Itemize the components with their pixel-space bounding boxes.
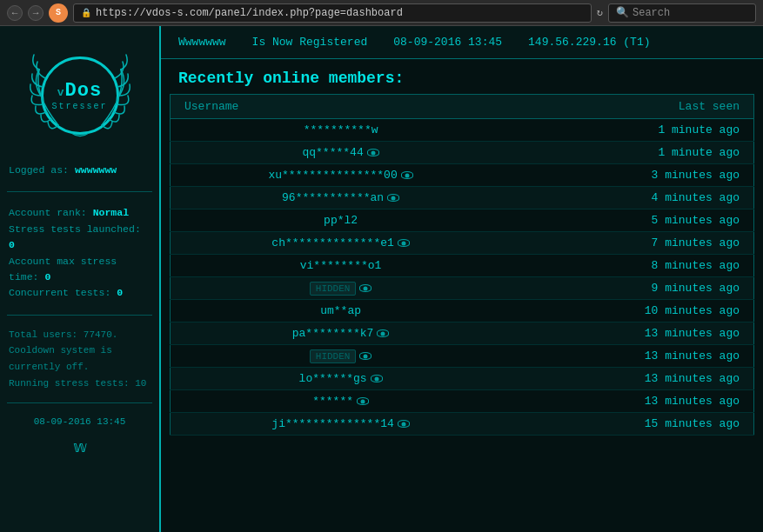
sidebar-divider-2 bbox=[7, 315, 152, 316]
page-title-bar: Recently online members: bbox=[161, 59, 763, 94]
logged-as-label: Logged as: bbox=[9, 164, 69, 176]
top-banner: Wwwwwww Is Now Registered 08-09-2016 13:… bbox=[161, 26, 763, 59]
logged-as-value: wwwwwww bbox=[75, 164, 117, 176]
members-table: Username Last seen **********w1 minute a… bbox=[170, 94, 754, 436]
browser-logo: S bbox=[49, 3, 68, 23]
table-scroll[interactable]: Username Last seen **********w1 minute a… bbox=[161, 94, 763, 532]
table-row: HIDDEN13 minutes ago bbox=[171, 345, 754, 368]
table-row: pp*l25 minutes ago bbox=[171, 209, 754, 232]
eye-icon[interactable] bbox=[387, 194, 399, 202]
eye-icon[interactable] bbox=[398, 420, 410, 428]
logged-as-row: Logged as: wwwwwww bbox=[9, 163, 151, 178]
cell-last-seen: 1 minute ago bbox=[511, 119, 753, 142]
cell-username: HIDDEN bbox=[171, 277, 512, 300]
col-username: Username bbox=[171, 95, 512, 119]
table-row: um**ap10 minutes ago bbox=[171, 300, 754, 323]
max-stress-row: Account max stress time: 0 bbox=[9, 254, 151, 286]
cell-last-seen: 10 minutes ago bbox=[511, 300, 753, 323]
sidebar-divider-1 bbox=[7, 191, 152, 192]
cell-last-seen: 13 minutes ago bbox=[511, 345, 753, 368]
cell-last-seen: 9 minutes ago bbox=[511, 277, 753, 300]
cell-username: um**ap bbox=[171, 300, 512, 323]
cell-username: 96***********an bbox=[171, 187, 512, 209]
sidebar-info: Logged as: wwwwwww bbox=[7, 159, 152, 182]
logo-container: vDos Stresser bbox=[23, 39, 137, 152]
table-row: ch**************e17 minutes ago bbox=[171, 232, 754, 255]
cooldown-status: Cooldown system is currently off. bbox=[9, 342, 151, 375]
eye-icon[interactable] bbox=[377, 329, 389, 337]
cell-username: xu***************00 bbox=[171, 164, 512, 187]
table-row: **********w1 minute ago bbox=[171, 119, 754, 142]
col-last-seen: Last seen bbox=[511, 95, 753, 119]
cell-last-seen: 13 minutes ago bbox=[511, 323, 753, 345]
reload-button[interactable]: ↻ bbox=[597, 6, 603, 19]
running-tests: Running stress tests: 10 bbox=[9, 376, 151, 392]
cell-username: qq*****44 bbox=[171, 142, 512, 164]
cell-username: ji**************14 bbox=[171, 413, 512, 436]
search-icon: 🔍 bbox=[616, 6, 629, 19]
eye-icon[interactable] bbox=[357, 397, 369, 405]
table-header-row: Username Last seen bbox=[171, 95, 754, 119]
hidden-badge: HIDDEN bbox=[310, 349, 357, 363]
cell-username: vi********o1 bbox=[171, 255, 512, 277]
cell-last-seen: 13 minutes ago bbox=[511, 368, 753, 390]
cell-last-seen: 13 minutes ago bbox=[511, 390, 753, 413]
table-row: pa********k713 minutes ago bbox=[171, 323, 754, 345]
cell-last-seen: 7 minutes ago bbox=[511, 232, 753, 255]
twitter-icon[interactable]: 𝕨 bbox=[73, 437, 87, 456]
concurrent-row: Concurrent tests: 0 bbox=[9, 285, 151, 301]
banner-status: Is Now Registered bbox=[252, 36, 368, 49]
cell-last-seen: 5 minutes ago bbox=[511, 209, 753, 232]
table-row: vi********o18 minutes ago bbox=[171, 255, 754, 277]
cell-username: **********w bbox=[171, 119, 512, 142]
search-placeholder: Search bbox=[632, 7, 670, 19]
forward-button[interactable]: → bbox=[28, 5, 44, 21]
banner-ip: 149.56.229.16 (T1) bbox=[528, 36, 650, 49]
sidebar-datetime: 08-09-2016 13:45 bbox=[34, 416, 126, 427]
table-row: ******13 minutes ago bbox=[171, 390, 754, 413]
sidebar-stats: Total users: 77470. Cooldown system is c… bbox=[7, 325, 152, 394]
hidden-badge: HIDDEN bbox=[310, 282, 357, 296]
back-button[interactable]: ← bbox=[7, 5, 23, 21]
stress-tests-row: Stress tests launched: 0 bbox=[9, 222, 151, 254]
cell-username: lo******gs bbox=[171, 368, 512, 390]
eye-icon[interactable] bbox=[359, 284, 371, 292]
table-row: lo******gs13 minutes ago bbox=[171, 368, 754, 390]
sidebar-account-info: Account rank: Normal Stress tests launch… bbox=[7, 202, 152, 304]
sidebar-divider-3 bbox=[7, 402, 152, 403]
eye-icon[interactable] bbox=[359, 352, 371, 360]
url-bar[interactable]: 🔒 https://vdos-s.com/panel/index.php?pag… bbox=[73, 3, 592, 23]
banner-username: Wwwwwww bbox=[178, 36, 226, 49]
cell-username: ch**************e1 bbox=[171, 232, 512, 255]
account-rank-row: Account rank: Normal bbox=[9, 205, 151, 221]
banner-datetime: 08-09-2016 13:45 bbox=[393, 36, 502, 49]
cell-last-seen: 8 minutes ago bbox=[511, 255, 753, 277]
eye-icon[interactable] bbox=[367, 149, 379, 156]
table-row: xu***************003 minutes ago bbox=[171, 164, 754, 187]
page-title: Recently online members: bbox=[178, 70, 746, 87]
cell-last-seen: 3 minutes ago bbox=[511, 164, 753, 187]
eye-icon[interactable] bbox=[371, 375, 383, 382]
browser-chrome: ← → S 🔒 https://vdos-s.com/panel/index.p… bbox=[0, 0, 763, 26]
url-text: https://vdos-s.com/panel/index.php?page=… bbox=[96, 7, 403, 19]
eye-icon[interactable] bbox=[401, 171, 413, 179]
main-layout: vDos Stresser Logged as: wwwwwww Account… bbox=[0, 26, 763, 532]
sidebar: vDos Stresser Logged as: wwwwwww Account… bbox=[0, 26, 161, 532]
cell-username: pa********k7 bbox=[171, 323, 512, 345]
cell-last-seen: 4 minutes ago bbox=[511, 187, 753, 209]
table-row: ji**************1415 minutes ago bbox=[171, 413, 754, 436]
laurel-icon bbox=[23, 39, 137, 152]
eye-icon[interactable] bbox=[398, 239, 410, 247]
total-users: Total users: 77470. bbox=[9, 327, 151, 343]
cell-last-seen: 15 minutes ago bbox=[511, 413, 753, 436]
lock-icon: 🔒 bbox=[81, 8, 91, 18]
cell-username: ****** bbox=[171, 390, 512, 413]
table-row: 96***********an4 minutes ago bbox=[171, 187, 754, 209]
table-row: qq*****441 minute ago bbox=[171, 142, 754, 164]
search-bar[interactable]: 🔍 Search bbox=[608, 3, 756, 23]
cell-username: HIDDEN bbox=[171, 345, 512, 368]
content-area: Wwwwwww Is Now Registered 08-09-2016 13:… bbox=[161, 26, 763, 532]
table-row: HIDDEN9 minutes ago bbox=[171, 277, 754, 300]
cell-last-seen: 1 minute ago bbox=[511, 142, 753, 164]
cell-username: pp*l2 bbox=[171, 209, 512, 232]
